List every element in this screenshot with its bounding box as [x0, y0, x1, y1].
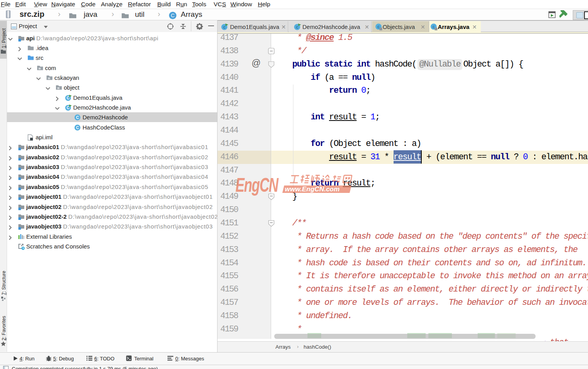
svg-text:C: C [76, 125, 79, 130]
svg-text:C: C [171, 13, 174, 18]
svg-text:C: C [76, 115, 79, 120]
